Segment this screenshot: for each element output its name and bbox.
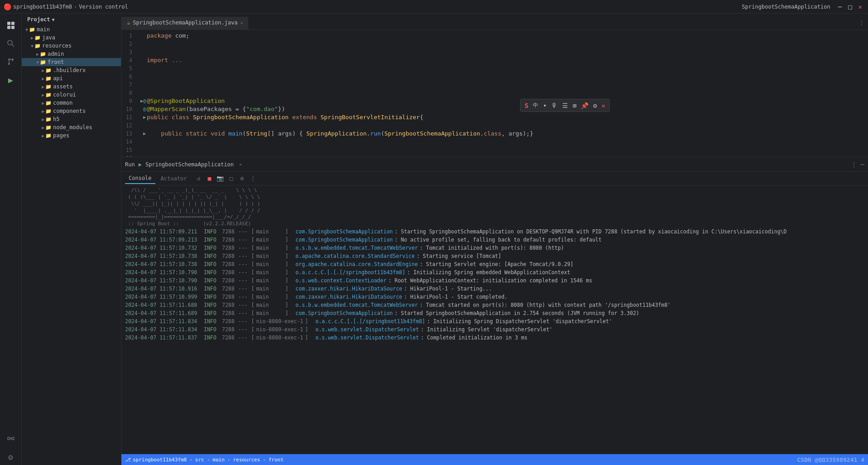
editor-area: 1 package com; 2 3 4 (121, 30, 868, 157)
code-line-7: 7 (121, 81, 868, 89)
code-view[interactable]: 1 package com; 2 3 4 (121, 30, 868, 157)
console-area: Console Actuator ↺ ■ 📷 □ ⚙ ⋮ (121, 172, 868, 454)
more-tool-button[interactable]: ⋮ (248, 174, 257, 183)
activity-plugins-icon[interactable] (3, 431, 19, 447)
status-resources: resources (233, 457, 260, 463)
ft-grid-icon[interactable]: ⊞ (571, 101, 578, 110)
app-icon: 🔴 (4, 3, 11, 10)
ft-pin-icon[interactable]: 📌 (579, 101, 590, 110)
project-header: Project ▼ (22, 14, 121, 25)
log-line-9: 2024-04-07 11:57:10.999 INFO 7288 --- [m… (125, 293, 864, 301)
run-collapse-icon[interactable]: ─ (861, 161, 864, 168)
log-line-10: 2024-04-07 11:57:11.688 INFO 7288 --- [m… (125, 301, 864, 309)
activity-git-icon[interactable] (3, 53, 19, 70)
project-panel: Project ▼ ▼ 📁 main ▶ 📁 java ▼ 📁 resource… (22, 14, 121, 465)
activity-run-icon[interactable]: ▶ (3, 72, 19, 88)
code-line-6: 6 (121, 73, 868, 81)
ft-settings-icon[interactable]: ⚙ (592, 101, 598, 110)
log-line-4: 2024-04-07 11:57:10.738 INFO 7288 --- [m… (125, 252, 864, 260)
tree-item-hbuilderx[interactable]: ▶ 📁 .hbuilderx (22, 66, 121, 74)
svg-rect-3 (11, 26, 14, 29)
ft-zh-icon[interactable]: 中 (531, 101, 540, 110)
console-tab-console[interactable]: Console (125, 173, 155, 184)
code-line-3: 3 (121, 48, 868, 56)
log-line-13: 2024-04-07 11:57:11.834 INFO 7288 --- [n… (125, 325, 864, 334)
ft-list-icon[interactable]: ☰ (561, 101, 569, 110)
console-tab-actuator[interactable]: Actuator (157, 174, 191, 184)
settings-tool-button[interactable]: ⚙ (237, 174, 246, 183)
close-button[interactable]: ✕ (856, 2, 864, 11)
code-line-11: 11 ▶ public class SpringbootSchemaApplic… (121, 113, 868, 121)
tab-bar: ☕ SpringbootSchemaApplication.java ✕ ⋮ (121, 14, 868, 30)
activity-settings-icon[interactable]: ⚙ (3, 449, 19, 465)
tree-item-java[interactable]: ▶ 📁 java (22, 34, 121, 42)
tree-item-api[interactable]: ▶ 📁 api (22, 74, 121, 82)
run-tab-close[interactable]: ✕ (239, 162, 242, 167)
run-menu-icon[interactable]: ⋮ (851, 161, 857, 168)
restart-tool-button[interactable]: ↺ (194, 174, 203, 183)
run-icon: ▶ (139, 161, 142, 168)
svg-rect-10 (8, 437, 10, 440)
editor-menu-icon[interactable]: ⋮ (855, 16, 868, 29)
title-bar: 🔴 springboot11b43fm8 › Version control S… (0, 0, 868, 14)
tree-item-components[interactable]: ▶ 📁 components (22, 107, 121, 115)
code-line-10: 10 @ @MapperScan(basePackages = {"com.da… (121, 105, 868, 113)
tree-item-h5[interactable]: ▶ 📁 h5 (22, 115, 121, 123)
version-control-label[interactable]: Version control (79, 4, 128, 10)
tree-item-pages[interactable]: ▶ 📁 pages (22, 131, 121, 140)
code-line-16: 16 (121, 154, 868, 157)
svg-rect-2 (7, 26, 10, 29)
ft-mic-icon[interactable]: 🎙 (550, 101, 559, 110)
maximize-button[interactable]: □ (846, 2, 854, 11)
tree-item-node-modules[interactable]: ▶ 📁 node_modules (22, 123, 121, 131)
file-tree: ▼ 📁 main ▶ 📁 java ▼ 📁 resources ▶ 📁 admi… (22, 25, 121, 465)
ft-close-icon[interactable]: ✕ (600, 101, 607, 110)
tree-item-front[interactable]: ▼ 📁 front (22, 58, 121, 66)
code-line-14: 14 (121, 138, 868, 146)
profile-name: SpringbootSchemaApplication (742, 4, 830, 10)
activity-search-icon[interactable] (3, 35, 19, 52)
floating-toolbar: S 中 • 🎙 ☰ ⊞ 📌 ⚙ ✕ (520, 99, 610, 112)
git-branch-label[interactable]: springboot11b43fm8 (133, 457, 187, 463)
log-line-1: 2024-04-07 11:57:09.211 INFO 7288 --- [m… (125, 228, 864, 236)
heap-tool-button[interactable]: □ (227, 174, 236, 183)
log-line-2: 2024-04-07 11:57:09.213 INFO 7288 --- [m… (125, 236, 864, 244)
camera-tool-button[interactable]: 📷 (216, 174, 225, 183)
code-line-1: 1 package com; (121, 32, 868, 40)
console-tabs-bar: Console Actuator ↺ ■ 📷 □ ⚙ ⋮ (121, 172, 868, 185)
code-line-4: 4 import ... (121, 56, 868, 64)
project-label: Project (27, 16, 50, 23)
svg-rect-1 (11, 22, 14, 25)
status-bar: ⎇ springboot11b43fm8 › src › main › reso… (121, 454, 868, 465)
tree-item-colorui[interactable]: ▶ 📁 colorui (22, 91, 121, 99)
code-line-8: 8 (121, 89, 868, 97)
run-label: Run (125, 161, 135, 168)
status-main: main (212, 457, 225, 463)
activity-bar: ▶ ⚙ (0, 14, 22, 465)
run-panel: Run ▶ SpringbootSchemaApplication ✕ ⋮ ─ … (121, 157, 868, 454)
minimize-button[interactable]: ─ (836, 2, 844, 11)
run-app-name: SpringbootSchemaApplication (145, 161, 234, 168)
svg-rect-0 (7, 22, 10, 25)
stop-tool-button[interactable]: ■ (205, 174, 214, 183)
tree-item-admin[interactable]: ▶ 📁 admin (22, 50, 121, 58)
code-line-12: 12 (121, 121, 868, 130)
tab-close-button[interactable]: ✕ (240, 20, 243, 25)
ft-dot-icon[interactable]: • (541, 101, 548, 110)
svg-point-6 (8, 58, 10, 60)
editor-tab-springboot[interactable]: ☕ SpringbootSchemaApplication.java ✕ (121, 17, 248, 29)
code-line-15: 15 (121, 146, 868, 154)
log-line-6: 2024-04-07 11:57:10.790 INFO 7288 --- [m… (125, 268, 864, 276)
title-sep1: › (74, 4, 77, 10)
activity-project-icon[interactable] (3, 17, 19, 34)
log-line-8: 2024-04-07 11:57:10.916 INFO 7288 --- [m… (125, 285, 864, 293)
tree-item-common[interactable]: ▶ 📁 common (22, 99, 121, 107)
spring-banner: /\\ / ___'_ __ _ _(_)_ __ __ _ \ \ \ \ (… (125, 187, 864, 228)
svg-point-4 (8, 40, 12, 45)
log-line-3: 2024-04-07 11:57:10.732 INFO 7288 --- [m… (125, 244, 864, 252)
ft-s-icon[interactable]: S (523, 101, 530, 110)
app-name: springboot11b43fm8 (13, 4, 72, 10)
tree-item-resources[interactable]: ▼ 📁 resources (22, 42, 121, 50)
tree-item-assets[interactable]: ▶ 📁 assets (22, 82, 121, 91)
tree-item-main[interactable]: ▼ 📁 main (22, 25, 121, 34)
